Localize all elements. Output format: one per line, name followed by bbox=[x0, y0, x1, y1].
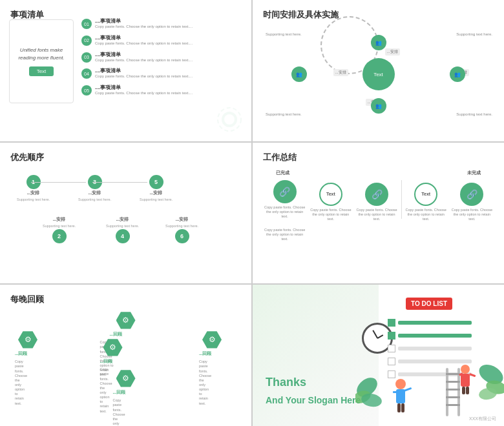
svg-rect-14 bbox=[446, 368, 448, 416]
slide-5: 每晚回顾 ⚙ ...回顾 Copy paste fonts. Choose th… bbox=[0, 285, 251, 426]
flow-node-2: ...安排 Supporting text here. 2 bbox=[43, 217, 76, 243]
item-num-4: 04 bbox=[81, 68, 92, 79]
connector-2 bbox=[92, 182, 147, 183]
slide3-flow: 1 ...安排 Supporting text here. 3 ...安排 Su… bbox=[10, 168, 241, 259]
tag-left: ...安排 bbox=[333, 69, 348, 76]
people-icon: 👥 bbox=[454, 72, 461, 77]
svg-rect-11 bbox=[404, 387, 412, 392]
flow-node-6: ...安排 Supporting text here. 6 bbox=[165, 217, 198, 243]
node-left: 👥 bbox=[291, 66, 307, 82]
slide-4: 工作总结 已完成 未完成 🔗 Copy paste fonts. Choose … bbox=[253, 143, 504, 284]
col-block-1: 🔗 Copy paste fonts. Choose the only opti… bbox=[263, 180, 306, 219]
slide6-bg: Thanks And Your Slogan Here XXX有限公司 TO D… bbox=[253, 285, 504, 426]
svg-rect-19 bbox=[446, 396, 460, 398]
svg-rect-13 bbox=[401, 403, 404, 412]
gear-icon-1: ⚙ bbox=[116, 310, 136, 330]
flow-node-4: ...安排 Supporting text here. 4 bbox=[106, 217, 139, 243]
svg-rect-26 bbox=[466, 387, 469, 394]
svg-rect-18 bbox=[446, 389, 460, 391]
slide5-title: 每晚回顾 bbox=[10, 294, 241, 305]
gear-icon-2: ⚙ bbox=[18, 330, 37, 349]
svg-rect-20 bbox=[446, 404, 460, 406]
slide-6: Thanks And Your Slogan Here XXX有限公司 TO D… bbox=[253, 285, 504, 426]
gear-icon-5: ⚙ bbox=[116, 369, 136, 388]
slide2-title: 时间安排及具体实施 bbox=[263, 9, 494, 21]
slide5-review-area: ⚙ ...回顾 Copy paste fonts. Choose the onl… bbox=[10, 310, 241, 404]
tag-top-right: ...安排 bbox=[385, 48, 400, 56]
slide4-content: 🔗 Copy paste fonts. Choose the only opti… bbox=[263, 180, 494, 242]
slide3-title: 优先顺序 bbox=[10, 152, 241, 163]
col-block-extra: Copy paste fonts. Choose the only option… bbox=[263, 228, 306, 241]
hex-lu: ⚙ bbox=[18, 330, 37, 349]
col-text-1: Text Copy paste fonts. Choose the only o… bbox=[309, 180, 352, 221]
col-circle-2: 🔗 Copy paste fonts. Choose the only opti… bbox=[355, 180, 398, 221]
slide1-items-list: 01 ....事项清单 Copy paste fonts. Choose the… bbox=[81, 18, 246, 101]
todo-badge: TO DO LIST bbox=[406, 298, 452, 310]
node-top: 👥 bbox=[371, 35, 386, 50]
slide4-left: 🔗 Copy paste fonts. Choose the only opti… bbox=[263, 180, 306, 242]
item-num-5: 05 bbox=[81, 85, 92, 96]
table-row: 03 ....事项清单 Copy paste fonts. Choose the… bbox=[81, 52, 246, 63]
checkbox-1 bbox=[388, 319, 395, 327]
label-done: 已完成 bbox=[276, 170, 289, 176]
svg-point-21 bbox=[461, 365, 470, 374]
link-icon-3: 🔗 bbox=[467, 189, 478, 199]
support-text-tr: Supporting text here. bbox=[456, 32, 492, 36]
gear-icon-4: ⚙ bbox=[202, 330, 222, 349]
svg-rect-10 bbox=[393, 391, 398, 393]
flow-node-1: 1 ...安排 Supporting text here. bbox=[17, 175, 50, 201]
item-content-2: ....事项清单 Copy paste fonts. Choose the on… bbox=[95, 35, 193, 46]
table-row: 02 ....事项清单 Copy paste fonts. Choose the… bbox=[81, 35, 246, 46]
sum-circle-2: 🔗 bbox=[365, 183, 388, 206]
bar-1 bbox=[398, 321, 472, 325]
check-line-1 bbox=[388, 319, 472, 327]
support-text-bl: Supporting text here. bbox=[266, 112, 302, 116]
gear-icon bbox=[210, 100, 249, 139]
hex-bot: ⚙ bbox=[116, 369, 136, 388]
item-num-3: 03 bbox=[81, 52, 92, 63]
illustration bbox=[355, 316, 504, 420]
table-row: 04 ....事项清单 Copy paste fonts. Choose the… bbox=[81, 68, 246, 79]
svg-point-8 bbox=[395, 379, 406, 389]
svg-point-0 bbox=[223, 113, 236, 126]
item-content-4: ....事项清单 Copy paste fonts. Choose the on… bbox=[95, 68, 193, 79]
label-notdone: 未完成 bbox=[467, 170, 481, 176]
circle-2: 2 bbox=[52, 229, 67, 243]
illus-svg bbox=[355, 336, 504, 420]
slide2-diagram: Text 👥 👥 👥 👥 Supporting text here. Suppo… bbox=[263, 26, 494, 123]
sum-circle-1: 🔗 bbox=[273, 180, 297, 203]
col-text-2: Text Copy paste fonts. Choose the only o… bbox=[404, 180, 448, 221]
slide-grid: 事项清单 Unified fonts make reading more flu… bbox=[0, 0, 504, 426]
svg-rect-17 bbox=[446, 381, 460, 383]
node-bottom: 👥 bbox=[371, 98, 386, 114]
circle-5: 5 bbox=[149, 175, 163, 189]
svg-point-1 bbox=[218, 108, 241, 131]
connector-1 bbox=[31, 182, 86, 183]
support-text-br: Supporting text here. bbox=[456, 112, 492, 116]
slide4-labels: 已完成 未完成 bbox=[263, 168, 494, 178]
circle-4: 4 bbox=[116, 229, 130, 243]
svg-rect-22 bbox=[461, 374, 470, 387]
slide-2: 时间安排及具体实施 Text 👥 👥 👥 👥 bbox=[253, 0, 504, 141]
sum-circle-3: 🔗 bbox=[460, 183, 483, 206]
slogan-text: And Your Slogan Here bbox=[266, 395, 361, 405]
svg-rect-25 bbox=[462, 387, 465, 394]
hex-ru: ⚙ bbox=[202, 330, 222, 349]
svg-rect-16 bbox=[446, 373, 460, 375]
slide-3: 优先顺序 1 ...安排 Supporting text here. 3 ...… bbox=[0, 143, 251, 284]
slide1-italic: Unified fonts make reading more fluent. bbox=[15, 46, 68, 61]
slide1-left-box: Unified fonts make reading more fluent. … bbox=[9, 19, 74, 103]
slide-1: 事项清单 Unified fonts make reading more flu… bbox=[0, 0, 251, 141]
table-row: 05 ....事项清单 Copy paste fonts. Choose the… bbox=[81, 85, 246, 96]
center-circle: Text bbox=[362, 58, 395, 90]
text-circle-2: Text bbox=[414, 183, 437, 206]
link-icon-1: 🔗 bbox=[279, 187, 290, 197]
svg-rect-24 bbox=[469, 373, 476, 377]
table-row: 01 ....事项清单 Copy paste fonts. Choose the… bbox=[81, 18, 246, 30]
node-right: 👥 bbox=[450, 66, 465, 82]
item-content-1: ....事项清单 Copy paste fonts. Choose the on… bbox=[95, 18, 193, 30]
flow-node-3: 3 ...安排 Supporting text here. bbox=[78, 175, 111, 201]
svg-rect-12 bbox=[397, 403, 401, 412]
col-circle-3: 🔗 Copy paste fonts. Choose the only opti… bbox=[450, 180, 494, 221]
item-num-1: 01 bbox=[81, 19, 92, 29]
